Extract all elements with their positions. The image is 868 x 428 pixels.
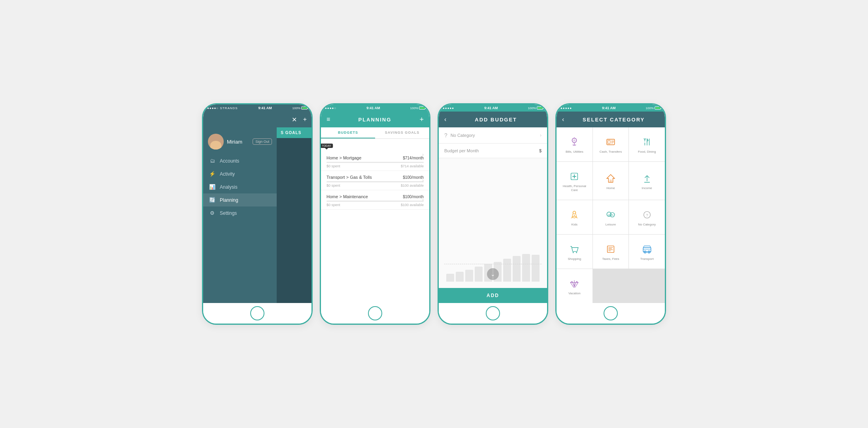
battery-1: 100% <box>292 106 308 110</box>
budget-row[interactable]: Budget per Month $ <box>439 144 547 158</box>
cat-food-label: Food, Dining <box>638 150 656 154</box>
income-icon <box>642 173 653 184</box>
chart-bar-9 <box>532 255 540 282</box>
cat-shopping-label: Shopping <box>568 257 581 261</box>
budget-name-0: Home > Mortgage <box>326 155 361 160</box>
cat-no-category-label: No Category <box>638 223 656 227</box>
budget-bar-2 <box>326 201 424 202</box>
battery-icon-2 <box>419 106 425 110</box>
budget-item-top-1: Transport > Gas & Tolls $100/month › <box>326 175 424 180</box>
home-button-4[interactable] <box>604 306 618 320</box>
battery-3: 100% <box>528 106 543 110</box>
budget-item-1[interactable]: Transport > Gas & Tolls $100/month › $0 … <box>321 171 429 190</box>
cat-home[interactable]: Home <box>593 162 629 200</box>
phone-4-select-category: ●●●●● 9:41 AM 100% ‹ SELECT CATEGORY Bil… <box>555 103 666 325</box>
svg-rect-27 <box>608 246 614 253</box>
back-arrow-4[interactable]: ‹ <box>562 116 564 123</box>
sign-out-button[interactable]: Sign Out <box>253 138 272 145</box>
budget-list: TODAY Home > Mortgage $714/month › $0 sp… <box>321 139 429 303</box>
select-cat-header: ‹ SELECT CATEGORY <box>557 112 665 127</box>
planning-add-button[interactable]: + <box>419 116 424 124</box>
tab-budgets[interactable]: BUDGETS <box>321 127 375 138</box>
health-icon <box>569 171 580 182</box>
available-0: $714 available <box>401 164 424 168</box>
cat-health[interactable]: Health, Personal Care <box>557 162 593 200</box>
home-button-1[interactable] <box>250 306 264 320</box>
sidebar-item-settings[interactable]: ⚙ Settings <box>203 206 277 220</box>
battery-4: 100% <box>646 106 661 110</box>
budget-item-top-0: Home > Mortgage $714/month › <box>326 155 424 160</box>
menu-sidebar: Miriam Sign Out 🗂 Accounts ⚡ Activity 📊 … <box>203 127 277 303</box>
cat-transport[interactable]: Transport <box>629 235 665 269</box>
hamburger-icon[interactable]: ≡ <box>326 116 330 123</box>
add-button[interactable]: + <box>303 116 307 123</box>
sidebar-item-analysis[interactable]: 📊 Analysis <box>203 180 277 193</box>
budget-item-2[interactable]: Home > Maintenance $100/month › $0 spent… <box>321 190 429 210</box>
status-bar-1: ●●●●○ STRANDS 9:41 AM 100% <box>203 104 311 112</box>
cat-vacation[interactable]: Vacation <box>557 269 593 303</box>
cat-kids-label: Kids <box>572 223 578 227</box>
signal-2: ●●●●○ <box>325 106 336 110</box>
spent-2: $0 spent <box>326 203 340 207</box>
home-button-wrap-4 <box>557 303 665 324</box>
settings-label: Settings <box>220 210 237 216</box>
cat-food[interactable]: Food, Dining <box>629 127 665 161</box>
chart-scroll-button[interactable]: ⌄ <box>487 268 499 280</box>
menu-header: ✕ + <box>203 112 311 127</box>
categories-grid: Bills, Utilities Cash, Transfers <box>557 127 665 303</box>
budget-per-month-label: Budget per Month <box>444 148 536 153</box>
budget-name-2: Home > Maintenance <box>326 194 368 199</box>
home-button-wrap-1 <box>203 303 311 324</box>
home-icon <box>605 173 616 184</box>
cat-bills[interactable]: Bills, Utilities <box>557 127 593 161</box>
sidebar-item-accounts[interactable]: 🗂 Accounts <box>203 154 277 167</box>
accounts-label: Accounts <box>220 158 239 164</box>
chart-bar-0 <box>446 274 454 282</box>
cat-no-category[interactable]: ? No Category <box>629 200 665 234</box>
chart-bar-7 <box>513 256 521 282</box>
cat-taxes-label: Taxes, Fees <box>602 257 619 261</box>
cash-icon <box>605 136 616 148</box>
leisure-icon <box>605 209 616 220</box>
status-bar-3: ●●●●● 9:41 AM 100% <box>439 104 547 112</box>
add-budget-button[interactable]: ADD <box>439 288 547 303</box>
menu-overlay: S GOALS <box>277 127 311 303</box>
menu-body: Miriam Sign Out 🗂 Accounts ⚡ Activity 📊 … <box>203 127 311 303</box>
signal-1: ●●●●○ STRANDS <box>207 106 238 110</box>
phone-2-content: ≡ PLANNING + BUDGETS SAVINGS GOALS TODAY… <box>321 112 429 303</box>
svg-point-26 <box>576 252 577 253</box>
no-category-icon: ? <box>642 209 653 220</box>
chevron-2: › <box>422 197 424 203</box>
battery-icon-1 <box>301 106 308 110</box>
available-1: $100 available <box>401 184 424 187</box>
cat-shopping[interactable]: Shopping <box>557 235 593 269</box>
chart-bar-3 <box>475 267 483 282</box>
sidebar-item-activity[interactable]: ⚡ Activity <box>203 167 277 180</box>
cat-income[interactable]: Income <box>629 162 665 200</box>
budget-item-0[interactable]: TODAY Home > Mortgage $714/month › $0 sp… <box>321 139 429 171</box>
home-button-3[interactable] <box>486 306 500 320</box>
category-label: No Category <box>451 133 537 138</box>
tab-savings-goals[interactable]: SAVINGS GOALS <box>375 127 429 138</box>
user-name: Miriam <box>227 139 242 145</box>
cat-bills-label: Bills, Utilities <box>566 150 583 154</box>
available-2: $100 available <box>401 203 424 207</box>
spent-1: $0 spent <box>326 184 340 187</box>
cat-taxes[interactable]: Taxes, Fees <box>593 235 629 269</box>
cat-leisure[interactable]: Leisure <box>593 200 629 234</box>
home-button-2[interactable] <box>368 306 382 320</box>
battery-2: 100% <box>410 106 425 110</box>
cat-kids[interactable]: Kids <box>557 200 593 234</box>
close-button[interactable]: ✕ <box>292 116 297 123</box>
svg-point-20 <box>573 211 576 214</box>
back-arrow-3[interactable]: ‹ <box>444 116 446 123</box>
chevron-1: › <box>422 178 424 183</box>
budget-item-top-2: Home > Maintenance $100/month › <box>326 194 424 199</box>
category-row[interactable]: ? No Category › <box>439 127 547 144</box>
sidebar-item-planning[interactable]: 🔄 Planning <box>203 193 277 206</box>
cat-leisure-label: Leisure <box>606 223 616 227</box>
svg-text:?: ? <box>646 212 648 217</box>
currency-symbol: $ <box>539 148 542 153</box>
svg-point-3 <box>574 139 576 142</box>
cat-cash[interactable]: Cash, Transfers <box>593 127 629 161</box>
